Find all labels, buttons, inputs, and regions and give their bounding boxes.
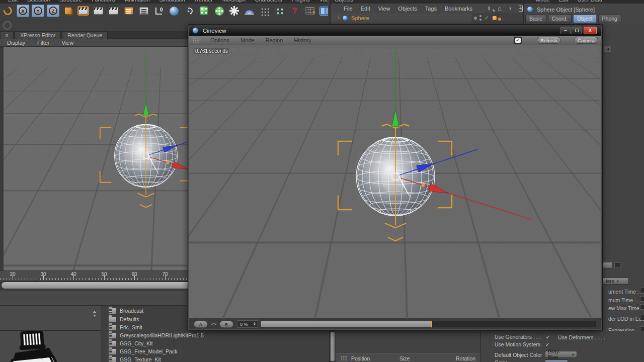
viewport-menu-view[interactable]: View <box>62 40 74 46</box>
tab-coord[interactable]: Coord. <box>548 15 572 23</box>
objects-menu-tags[interactable]: Tags <box>425 6 437 12</box>
objects-menu-edit[interactable]: Edit <box>361 6 370 12</box>
percent-stepper[interactable] <box>253 322 256 326</box>
input-fragment[interactable] <box>640 304 644 310</box>
enable-check-icon[interactable]: ✓ <box>485 15 489 21</box>
close-button[interactable]: x <box>584 27 597 34</box>
edit-render-settings-button[interactable] <box>122 5 135 17</box>
menu-item[interactable]: Structure <box>59 0 82 4</box>
menu-item[interactable]: Selection <box>27 0 50 4</box>
history-slider[interactable] <box>260 321 596 327</box>
default-color-dropdown[interactable]: Gray-Blue ▾ <box>545 351 577 358</box>
menu-item[interactable]: Render <box>195 0 213 4</box>
use-generators-check-icon[interactable]: ✓ <box>546 334 550 340</box>
cineview-menu-mode[interactable]: Mode <box>240 37 255 43</box>
cineview-window[interactable]: Cineview – x Options Mode Region History… <box>188 24 602 330</box>
objects-menu-bookmarks[interactable]: Bookmarks <box>445 6 472 12</box>
preview-zoom-stepper[interactable] <box>93 311 96 317</box>
attr-menu-edit[interactable]: Edit <box>559 0 569 4</box>
input-fragment[interactable] <box>614 262 620 268</box>
menu-item[interactable]: Animation <box>125 0 150 4</box>
maximize-button[interactable] <box>572 27 582 34</box>
list-item[interactable]: GSG_Free_Model_Pack <box>101 347 329 355</box>
cineview-titlebar[interactable]: Cineview <box>189 25 601 36</box>
attr-menu-userdata[interactable]: User Data <box>578 0 603 4</box>
menu-item[interactable]: Characters <box>255 0 282 4</box>
viewport-menu-filter[interactable]: Filter <box>37 40 49 46</box>
sphere-object[interactable] <box>285 45 601 272</box>
menu-item[interactable]: Plugins <box>292 0 310 4</box>
add-panel-icon[interactable]: + <box>519 6 523 12</box>
blend-percent-field[interactable]: 0 % <box>237 320 258 328</box>
compare-b-button[interactable]: B <box>219 321 233 328</box>
objects-menu-view[interactable]: View <box>378 6 390 12</box>
menu-item[interactable]: Vue 9 xStream <box>319 0 328 4</box>
add-generator-button[interactable] <box>198 5 210 17</box>
layout-button[interactable] <box>318 5 328 17</box>
parameters-dropdown-fragment[interactable]: ters ▾ <box>603 278 629 285</box>
render-queue-button[interactable] <box>137 5 150 17</box>
history-tool-button[interactable] <box>1 19 14 32</box>
menu-item[interactable]: MoGraph <box>222 0 246 4</box>
lock-z-axis-button[interactable]: Z <box>47 5 59 17</box>
viewport-menu-display[interactable]: Display <box>7 40 25 46</box>
color-swatch[interactable] <box>545 359 568 362</box>
add-mograph-button[interactable] <box>273 5 286 17</box>
stepper-down-icon[interactable] <box>93 315 96 317</box>
tab-phong[interactable]: Phong <box>598 15 621 23</box>
list-item[interactable]: GSG_City_Kit <box>101 339 329 347</box>
tab-render-queue[interactable]: Render Queue <box>62 31 108 39</box>
auto-refresh-toggle[interactable]: ✓ <box>514 37 522 44</box>
object-tree-row-sphere[interactable]: └ Sphere <box>331 13 471 23</box>
cineview-menu-options[interactable]: Options <box>210 37 229 43</box>
list-item[interactable]: GSG_Texture_Kit <box>101 355 329 362</box>
input-fragment[interactable] <box>640 296 644 302</box>
search-icon[interactable] <box>489 6 490 11</box>
coordinate-system-button[interactable] <box>62 5 74 17</box>
camera-button[interactable]: Camera <box>574 37 598 44</box>
commander-button[interactable]: ? <box>303 5 316 17</box>
tab-object[interactable]: Object <box>573 15 596 23</box>
objects-menu-file[interactable]: File <box>344 6 353 12</box>
eye-icon[interactable] <box>510 7 511 10</box>
add-deformer-button[interactable] <box>228 5 240 17</box>
refresh-button[interactable]: Refresh <box>537 37 561 44</box>
cineview-menu-region[interactable]: Region <box>265 37 283 43</box>
compare-swap-label[interactable]: <> <box>211 322 217 327</box>
add-modeling-object-button[interactable] <box>213 5 225 17</box>
checkbox-fragment[interactable] <box>640 315 644 320</box>
cineview-render-view[interactable]: 0.761 seconds <box>189 45 601 319</box>
use-motion-system-check-icon[interactable]: ✓ <box>545 342 549 347</box>
add-particles-button[interactable] <box>258 5 271 17</box>
menu-item[interactable]: Functions <box>92 0 116 4</box>
help-button[interactable]: ? <box>288 5 301 17</box>
menu-item[interactable]: Simulation <box>159 0 185 4</box>
tab-basic[interactable]: Basic <box>525 15 546 23</box>
lock-y-axis-button[interactable]: Y <box>32 5 44 17</box>
home-icon[interactable]: ⌂ <box>498 6 502 11</box>
render-view-button[interactable] <box>77 5 90 17</box>
add-environment-button[interactable] <box>243 5 256 17</box>
history-slider-handle[interactable] <box>431 321 432 327</box>
objects-menu-objects[interactable]: Objects <box>398 6 417 12</box>
rotate-tool-button[interactable] <box>2 5 14 17</box>
attr-menu-mode[interactable]: Mode <box>536 0 550 4</box>
render-picture-viewer-button[interactable] <box>107 5 120 17</box>
snap-origin-button[interactable]: 0 <box>152 5 165 17</box>
menu-item[interactable]: Edit <box>8 0 18 4</box>
grip-icon[interactable] <box>193 38 199 43</box>
grip-icon[interactable] <box>341 355 347 361</box>
tab-partial[interactable]: s <box>0 31 14 39</box>
render-region-button[interactable] <box>92 5 105 17</box>
editor-visibility-dot[interactable] <box>474 17 477 20</box>
cineview-menu-history[interactable]: History <box>294 37 311 43</box>
tab-xpresso-editor[interactable]: XPresso Editor <box>15 31 61 39</box>
scrollbar-thumb[interactable] <box>331 332 335 361</box>
minimize-button[interactable]: – <box>560 27 571 34</box>
button-fragment[interactable] <box>603 262 613 268</box>
render-visibility-dot-bottom[interactable] <box>479 19 481 21</box>
add-spline-button[interactable] <box>183 5 195 17</box>
panel-collapse-button[interactable] <box>604 46 612 52</box>
texture-tag-icon[interactable] <box>493 16 497 20</box>
input-fragment[interactable] <box>640 288 644 293</box>
